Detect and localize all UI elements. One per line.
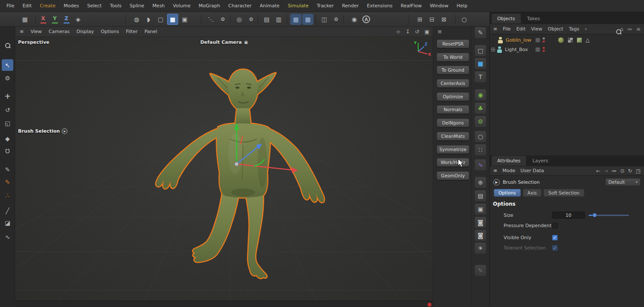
to-world-button[interactable]: To World <box>437 53 469 61</box>
z-axis-lock-button[interactable]: Z <box>61 14 72 25</box>
settings-gear-icon[interactable]: ⚙ <box>2 72 13 84</box>
menu-create[interactable]: Create <box>38 2 58 9</box>
menu-animate[interactable]: Animate <box>258 2 282 9</box>
om-menu-overflow-icon[interactable]: › <box>585 26 586 32</box>
joint-tool-icon[interactable]: ⋱ <box>205 14 216 25</box>
menu-modes[interactable]: Modes <box>61 2 81 9</box>
object-name-lightbox[interactable]: Light_Box <box>505 47 528 52</box>
attr-hamburger-icon[interactable]: ≡ <box>493 168 497 173</box>
tab-attributes[interactable]: Attributes <box>492 156 526 166</box>
light-icon[interactable]: ☀ <box>474 242 486 254</box>
weight-tool-icon[interactable]: ◉ <box>349 14 360 25</box>
menu-spline[interactable]: Spline <box>128 2 146 9</box>
menu-realflow[interactable]: RealFlow <box>398 2 424 9</box>
camera-icon[interactable]: ◙ <box>474 216 486 228</box>
axis-modify-icon[interactable]: ◆ <box>2 133 13 144</box>
live-selection-icon[interactable]: ↖ <box>2 59 13 71</box>
attr-expand-icon[interactable]: ◳ <box>636 168 641 174</box>
point-edit-icon[interactable]: ∷ <box>474 144 486 156</box>
tool-play-icon[interactable]: ▶ <box>493 179 500 185</box>
perspective-viewport[interactable]: Perspective Default Camera ▣ Brush Selec… <box>15 37 433 301</box>
brush-tool-icon[interactable]: ✎ <box>2 164 13 175</box>
edit-mesh-icon[interactable]: ▣ <box>179 14 190 25</box>
menu-mesh[interactable]: Mesh <box>150 2 167 9</box>
axis-orientation-gizmo[interactable]: Y Z X <box>410 39 431 58</box>
floor-grid-icon[interactable]: ▦ <box>19 14 30 25</box>
vp-menu-filter[interactable]: Filter <box>126 29 137 34</box>
camera-swap-icon[interactable]: ▣ <box>244 40 248 45</box>
menu-tracker[interactable]: Tracker <box>315 2 336 9</box>
layer-chip-icon[interactable] <box>535 38 540 43</box>
simulation-icon-2[interactable]: ▩ <box>302 14 313 25</box>
viewport-camera-label[interactable]: Default Camera ▣ <box>200 40 248 45</box>
auto-weight-icon[interactable]: A <box>361 14 372 25</box>
timeline-add-icon[interactable]: ⊞ <box>414 14 425 25</box>
tree-row-goblin[interactable]: Goblin_low △ <box>490 35 644 45</box>
stamp-tool-icon[interactable]: ◪ <box>2 217 13 228</box>
cleanmats-button[interactable]: CleanMats <box>437 132 469 140</box>
subdivision-icon[interactable]: ◉ <box>474 89 486 101</box>
attr-mode-label[interactable]: Mode <box>502 168 515 173</box>
generator-icon[interactable]: ⚙ <box>474 116 486 128</box>
om-menu-edit[interactable]: Edit <box>516 26 526 32</box>
menu-character[interactable]: Character <box>226 2 254 9</box>
vp-menu-view[interactable]: View <box>30 29 42 34</box>
history-forward-icon[interactable]: → <box>604 168 608 174</box>
geomonly-button[interactable]: GeomOnly <box>437 171 469 180</box>
tab-takes[interactable]: Takes <box>522 14 546 24</box>
viewport-hamburger-icon[interactable]: ≡ <box>20 29 24 34</box>
maximize-view-icon[interactable]: ▣ <box>425 29 429 35</box>
rotate-tool-icon[interactable]: ↺ <box>2 104 13 116</box>
environment-icon[interactable]: ⊕ <box>474 176 486 188</box>
command-panel-hamburger-icon[interactable]: ≡ <box>437 28 442 35</box>
text-icon[interactable]: T <box>474 71 486 83</box>
visibility-dots-icon[interactable] <box>543 47 545 52</box>
render-strip-icon[interactable]: ▤ <box>474 190 486 202</box>
menu-select[interactable]: Select <box>85 2 104 9</box>
cube-selected-tool-icon[interactable]: ■ <box>167 14 178 25</box>
timeline-clock-icon[interactable]: ⊠ <box>438 14 450 25</box>
om-menu-tags[interactable]: Tags <box>569 26 579 32</box>
size-slider[interactable] <box>589 212 629 219</box>
ik-settings-icon[interactable]: ⚙ <box>246 14 257 25</box>
menu-help[interactable]: Help <box>455 2 470 9</box>
deformer-icon[interactable]: ∿ <box>474 159 486 171</box>
magnet-tool-icon[interactable]: Ω <box>2 146 13 157</box>
record-indicator-icon[interactable] <box>428 303 431 307</box>
attr-filter-icon[interactable]: ≔ <box>612 168 617 174</box>
menu-mograph[interactable]: MoGraph <box>197 2 222 9</box>
rotate-view-icon[interactable]: ↺ <box>415 29 419 35</box>
menu-edit[interactable]: Edit <box>20 2 33 9</box>
tab-axis[interactable]: Axis <box>523 189 542 197</box>
knife-tool-icon[interactable]: ╱ <box>2 205 13 216</box>
tab-options[interactable]: Options <box>494 189 521 197</box>
om-menu-object[interactable]: Object <box>548 26 563 32</box>
om-hamburger-icon[interactable]: ≡ <box>493 26 497 32</box>
resetpsr-button[interactable]: ResetPSR <box>437 40 469 48</box>
menu-simulate[interactable]: Simulate <box>286 2 311 9</box>
visibility-dots-icon[interactable] <box>543 37 545 43</box>
tab-objects[interactable]: Objects <box>492 14 521 24</box>
om-list-icon[interactable]: ≡ <box>636 26 641 32</box>
simulation-icon-1[interactable]: ▩ <box>290 14 301 25</box>
pan-view-icon[interactable]: ⊹ <box>396 29 400 35</box>
search-icon[interactable] <box>2 40 13 51</box>
menu-volume[interactable]: Volume <box>171 2 193 9</box>
grid-move-icon[interactable]: ▥ <box>273 14 284 25</box>
circle-spline-icon[interactable]: ○ <box>474 131 486 143</box>
size-input[interactable]: 10 <box>552 212 585 219</box>
camera-folder-icon[interactable]: ▣ <box>474 203 486 215</box>
x-axis-lock-button[interactable]: X <box>38 14 49 25</box>
timeline-save-icon[interactable]: ⊟ <box>426 14 437 25</box>
vp-menu-display[interactable]: Display <box>76 29 94 34</box>
menu-window[interactable]: Window <box>428 2 450 9</box>
grid-snap-icon[interactable]: ▤ <box>261 14 272 25</box>
sphere-ring-icon[interactable]: ○ <box>459 14 470 25</box>
mirror-settings-icon[interactable]: ⚙ <box>331 14 342 25</box>
cluster-tool-icon[interactable]: ∴ <box>2 189 13 201</box>
dolly-view-icon[interactable]: ↧ <box>406 29 410 35</box>
menu-tools[interactable]: Tools <box>108 2 124 9</box>
capsule-tool-icon[interactable]: ◗ <box>143 14 154 25</box>
centeraxis-button[interactable]: CenterAxis <box>437 79 469 88</box>
to-ground-button[interactable]: To Ground <box>437 66 469 74</box>
